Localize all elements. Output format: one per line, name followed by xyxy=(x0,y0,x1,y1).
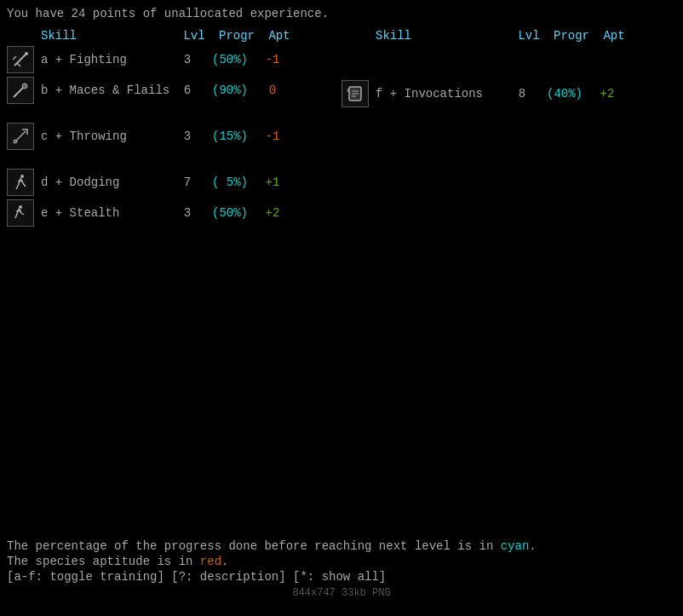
svg-line-6 xyxy=(14,95,16,97)
maces-label: b + Maces & Flails xyxy=(41,83,170,97)
throwing-progr: (15%) xyxy=(204,130,255,143)
fighting-label: a + Fighting xyxy=(41,53,170,66)
invocations-lvl: 8 xyxy=(505,87,539,101)
stealth-progr: (50%) xyxy=(204,206,255,220)
left-header-skill: Skill xyxy=(41,29,177,43)
red-word: red xyxy=(200,555,221,568)
stealth-apt: +2 xyxy=(255,206,290,220)
dodging-icon xyxy=(7,169,34,196)
right-skills-column: Skill Lvl Progr Apt xyxy=(342,29,676,230)
right-header-skill: Skill xyxy=(376,29,512,43)
invocations-apt: +2 xyxy=(590,87,624,101)
maces-progr: (90%) xyxy=(204,83,255,97)
right-header-lvl: Lvl xyxy=(512,29,546,43)
left-header-apt: Apt xyxy=(262,29,296,43)
left-skills-column: Skill Lvl Progr Apt a + Fighting xyxy=(7,29,342,230)
svg-point-5 xyxy=(22,83,27,89)
header-text: You have 24 points of unallocated experi… xyxy=(7,7,676,20)
maces-lvl: 6 xyxy=(170,83,204,97)
right-header-progr: Progr xyxy=(546,29,597,43)
cyan-word: cyan xyxy=(501,539,530,553)
right-empty-1 xyxy=(342,46,676,61)
invocations-label: f + Invocations xyxy=(376,87,505,101)
svg-point-8 xyxy=(20,175,24,178)
right-col-headers: Skill Lvl Progr Apt xyxy=(342,29,676,43)
right-empty-2 xyxy=(342,61,676,77)
svg-line-0 xyxy=(14,54,26,66)
svg-line-2 xyxy=(13,56,16,60)
dodging-label: d + Dodging xyxy=(41,176,170,189)
dodging-apt: +1 xyxy=(255,176,290,189)
maces-apt: 0 xyxy=(255,83,290,97)
key-help: [a-f: toggle training] [?: description] … xyxy=(7,570,676,584)
skill-row-fighting[interactable]: a + Fighting 3 (50%) -1 xyxy=(7,46,342,73)
throwing-icon xyxy=(7,123,34,150)
svg-point-9 xyxy=(19,205,22,209)
skill-row-stealth[interactable]: e + Stealth 3 (50%) +2 xyxy=(7,199,342,227)
skill-row-dodging[interactable]: d + Dodging 7 ( 5%) +1 xyxy=(7,169,342,196)
bottom-area: The percentage of the progress done befo… xyxy=(7,539,676,599)
skill-row-maces[interactable]: b + Maces & Flails 6 (90%) 0 xyxy=(7,77,342,104)
stealth-icon xyxy=(7,199,34,227)
svg-point-7 xyxy=(14,140,17,143)
stealth-label: e + Stealth xyxy=(41,206,170,220)
skills-area: Skill Lvl Progr Apt a + Fighting xyxy=(7,29,676,230)
empty-row-2 xyxy=(7,153,342,169)
throwing-lvl: 3 xyxy=(170,130,204,143)
game-screen: You have 24 points of unallocated experi… xyxy=(0,0,683,616)
empty-row-1 xyxy=(7,107,342,123)
fighting-icon xyxy=(7,46,34,73)
fighting-progr: (50%) xyxy=(204,53,255,66)
skill-row-invocations[interactable]: f + Invocations 8 (40%) +2 xyxy=(342,80,676,107)
left-col-headers: Skill Lvl Progr Apt xyxy=(7,29,342,43)
invocations-icon xyxy=(342,80,369,107)
left-header-progr: Progr xyxy=(211,29,262,43)
skill-row-throwing[interactable]: c + Throwing 3 (15%) -1 xyxy=(7,123,342,150)
stealth-lvl: 3 xyxy=(170,206,204,220)
file-info: 844x747 33kb PNG xyxy=(7,587,676,599)
maces-icon xyxy=(7,77,34,104)
legend-line-2: The species aptitude is in red. xyxy=(7,555,676,568)
throwing-label: c + Throwing xyxy=(41,130,170,143)
left-header-lvl: Lvl xyxy=(177,29,211,43)
invocations-progr: (40%) xyxy=(539,87,590,101)
fighting-lvl: 3 xyxy=(170,53,204,66)
dodging-progr: ( 5%) xyxy=(204,176,255,189)
dodging-lvl: 7 xyxy=(170,176,204,189)
svg-line-1 xyxy=(17,63,20,66)
legend-line-1: The percentage of the progress done befo… xyxy=(7,539,676,553)
throwing-apt: -1 xyxy=(255,130,290,143)
right-header-apt: Apt xyxy=(597,29,631,43)
svg-line-4 xyxy=(15,87,24,95)
fighting-apt: -1 xyxy=(255,53,290,66)
svg-point-3 xyxy=(25,52,28,55)
